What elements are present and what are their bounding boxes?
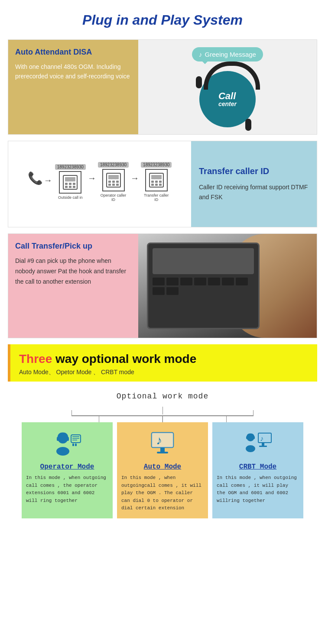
section-three-way: Three way optional work mode Auto Mode、 …	[8, 344, 317, 382]
svg-rect-36	[160, 447, 165, 452]
auto-attendant-title: Auto Attendant DISA	[15, 48, 131, 57]
phone-label-2: 18923238930	[98, 162, 129, 168]
auto-mode-desc: In this mode , when outgoingcall comes ,…	[121, 474, 204, 512]
svg-rect-26	[67, 437, 69, 441]
svg-rect-13	[108, 184, 111, 186]
arrow-icon-2: →	[130, 173, 139, 183]
phone-caption-2: Operator caller ID	[101, 193, 127, 202]
section-auto-attendant: Auto Attendant DISA With one channel 480…	[8, 39, 317, 135]
transfer-caller-info: Transfer caller ID Caller ID receiving f…	[191, 141, 317, 227]
svg-rect-29	[72, 443, 74, 446]
call-center-graphic: ♪ Greeing Message Call center	[192, 47, 263, 127]
svg-rect-25	[57, 437, 59, 441]
svg-rect-5	[65, 186, 68, 188]
svg-rect-6	[69, 186, 72, 188]
section-call-transfer: Call Transfer/Pick up Dial #9 can pick u…	[8, 233, 317, 338]
svg-rect-20	[159, 181, 162, 183]
svg-rect-35	[152, 433, 173, 447]
svg-rect-7	[73, 186, 75, 188]
transfer-caller-title: Transfer caller ID	[199, 166, 309, 176]
work-mode-word: work mode	[132, 352, 196, 366]
svg-rect-12	[116, 181, 119, 183]
phone-box-1: 18923238930 Outside call in	[55, 164, 86, 200]
phone-label-1: 18923238930	[55, 164, 86, 170]
svg-rect-30	[75, 443, 77, 446]
auto-attendant-desc: With one channel 480s OGM. Including pre…	[15, 62, 131, 81]
three-way-heading: Three way optional work mode	[19, 352, 309, 366]
mode-cards-container: Operator Mode In this mode , when outgoi…	[12, 422, 313, 518]
page-title: Plug in and Play System	[0, 0, 325, 36]
phone-icon-1	[59, 171, 81, 194]
call-transfer-left: Call Transfer/Pick up Dial #9 can pick u…	[8, 234, 138, 338]
svg-rect-11	[112, 181, 115, 183]
phone-icon-3	[145, 169, 168, 191]
music-note-icon: ♪	[199, 51, 202, 58]
auto-attendant-left: Auto Attendant DISA With one channel 480…	[8, 40, 138, 134]
svg-rect-2	[65, 183, 68, 185]
center-text: center	[218, 101, 237, 107]
svg-rect-22	[155, 184, 158, 186]
operator-mode-desc: In this mode , when outgoing call comes …	[26, 474, 108, 505]
call-transfer-title: Call Transfer/Pick up	[15, 242, 131, 251]
svg-rect-45	[259, 446, 267, 447]
auto-attendant-right: ♪ Greeing Message Call center	[138, 40, 317, 134]
svg-rect-23	[159, 184, 162, 186]
optional-work-mode-title: Optional work mode	[12, 392, 313, 401]
operator-mode-title: Operator Mode	[40, 463, 94, 471]
crbt-mode-title: CRBT Mode	[239, 463, 276, 471]
svg-rect-17	[151, 175, 162, 179]
svg-rect-14	[112, 184, 115, 186]
svg-rect-15	[116, 184, 119, 186]
svg-rect-3	[69, 183, 72, 185]
svg-rect-1	[65, 177, 75, 181]
three-word: Three	[19, 352, 52, 366]
caller-diagram: 📞 → 18923238930	[13, 162, 186, 202]
phone-icon-2	[102, 169, 125, 191]
svg-rect-10	[108, 181, 111, 183]
svg-point-27	[56, 447, 69, 456]
section-transfer-caller: 📞 → 18923238930	[8, 141, 317, 227]
way-optional-word: way optional	[52, 352, 132, 366]
tree-horizontal-line	[12, 415, 313, 416]
headset-left-ear	[196, 76, 202, 88]
call-center-circle: Call center	[199, 71, 256, 127]
svg-rect-18	[151, 181, 154, 183]
operator-mode-card: Operator Mode In this mode , when outgoi…	[22, 422, 113, 518]
auto-mode-title: Auto Mode	[144, 463, 181, 471]
transfer-caller-desc: Caller ID receiving format support DTMF …	[199, 182, 309, 202]
svg-point-42	[246, 445, 255, 452]
crbt-mode-icon: ♪	[240, 428, 275, 459]
svg-text:♪: ♪	[260, 435, 263, 442]
arrow-right-icon: →	[44, 175, 52, 185]
auto-mode-icon: ♪	[145, 428, 180, 459]
auto-mode-card: ♪ Auto Mode In this mode , when outgoing…	[117, 422, 208, 518]
svg-rect-40	[246, 436, 248, 439]
phone-box-2: 18923238930 Operator caller ID	[98, 162, 129, 202]
call-transfer-photo	[138, 234, 317, 338]
phone-box-3: 18923238930 Transfer caller ID	[141, 162, 172, 202]
section-work-mode: Optional work mode	[8, 388, 317, 523]
bubble-text: Greeing Message	[205, 51, 256, 58]
phone-ring-icon: 📞	[28, 171, 43, 185]
arrow-icon-1: →	[88, 173, 96, 183]
call-transfer-desc: Dial #9 can pick up the phone when nobod…	[15, 256, 131, 287]
svg-rect-44	[262, 443, 264, 446]
svg-rect-28	[71, 435, 81, 443]
caller-diagram-area: 📞 → 18923238930	[8, 141, 191, 227]
phone-caption-3: Transfer caller ID	[143, 193, 169, 202]
crbt-mode-card: ♪ CRBT Mode In this mode , when outgoing…	[212, 422, 303, 518]
svg-rect-19	[155, 181, 158, 183]
tree-top-connector	[12, 407, 313, 414]
svg-rect-4	[73, 183, 75, 185]
phone-caption-1: Outside call in	[58, 195, 83, 200]
svg-rect-21	[151, 184, 154, 186]
speech-bubble: ♪ Greeing Message	[192, 47, 263, 61]
svg-rect-37	[157, 452, 168, 453]
svg-rect-41	[253, 436, 255, 439]
three-way-subtext: Auto Mode、 Opetor Mode 、 CRBT mode	[19, 369, 309, 376]
operator-mode-icon	[50, 428, 84, 459]
crbt-mode-desc: In this mode , when outgoing call comes …	[217, 474, 299, 505]
svg-text:♪: ♪	[156, 434, 162, 447]
svg-rect-9	[108, 175, 119, 179]
call-text: Call	[218, 91, 237, 101]
